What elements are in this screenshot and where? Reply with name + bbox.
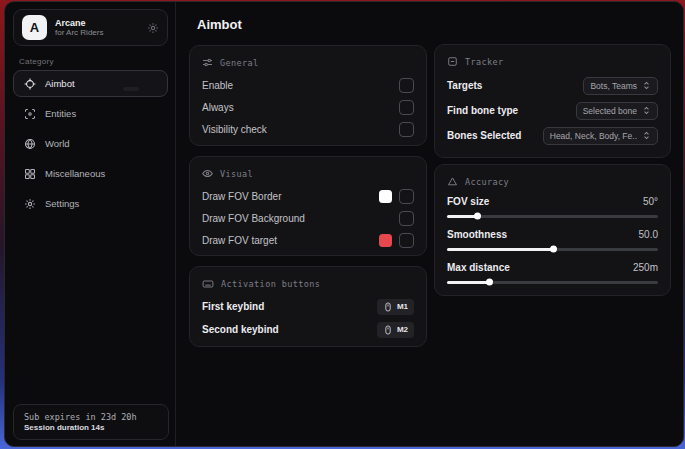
- second-keybind-button[interactable]: M2: [377, 322, 414, 338]
- triangle-icon: [447, 176, 458, 187]
- slider-thumb[interactable]: [486, 279, 493, 286]
- subscription-status-card: Sub expires in 23d 20h Session duration …: [13, 404, 169, 440]
- setting-row-second-keybind: Second keybind M2: [202, 318, 414, 341]
- setting-row-targets: Targets Bots, Teams: [447, 73, 658, 98]
- smoothness-slider[interactable]: [447, 243, 658, 255]
- first-keybind-button[interactable]: M1: [377, 299, 414, 315]
- sidebar-item-world[interactable]: World: [13, 130, 168, 157]
- nav-dash-decoration: [123, 87, 139, 91]
- eye-icon: [202, 168, 213, 179]
- sliders-icon: [202, 57, 213, 68]
- setting-row-first-keybind: First keybind M1: [202, 295, 414, 318]
- tracker-section: Tracker Targets Bots, Teams Find bone: [434, 44, 671, 158]
- targets-select[interactable]: Bots, Teams: [583, 77, 658, 95]
- category-label: Category: [19, 57, 54, 66]
- sidebar-item-label: Settings: [45, 198, 79, 209]
- setting-row-fov-size: FOV size 50°: [447, 193, 658, 222]
- gear-icon: [24, 198, 36, 210]
- setting-row-draw-fov-target: Draw FOV target: [202, 229, 414, 251]
- setting-row-enable: Enable: [202, 74, 414, 96]
- mouse-icon: [383, 325, 393, 335]
- slider-thumb[interactable]: [474, 213, 481, 220]
- keyboard-icon: [202, 278, 214, 290]
- grid-icon: [24, 168, 36, 180]
- draw-fov-background-checkbox[interactable]: [399, 211, 414, 226]
- draw-fov-target-checkbox[interactable]: [399, 233, 414, 248]
- visual-section: Visual Draw FOV Border Draw FOV Backgrou…: [189, 156, 427, 256]
- chevrons-up-down-icon: [642, 81, 651, 90]
- activation-buttons-section: Activation buttons First keybind M1 S: [189, 266, 427, 347]
- sidebar-item-label: Miscellaneous: [45, 168, 105, 179]
- draw-fov-border-checkbox[interactable]: [399, 189, 414, 204]
- general-section: General Enable Always Visibility check: [189, 45, 427, 146]
- section-title: Activation buttons: [221, 279, 320, 289]
- gear-icon[interactable]: [147, 22, 159, 34]
- section-title: General: [220, 58, 259, 68]
- always-checkbox[interactable]: [399, 100, 414, 115]
- sub-expiry-text: Sub expires in 23d 20h: [24, 412, 158, 422]
- fov-border-color-swatch[interactable]: [379, 190, 392, 203]
- section-title: Accuracy: [465, 177, 509, 187]
- sidebar-item-entities[interactable]: Entities: [13, 100, 168, 127]
- max-distance-slider[interactable]: [447, 276, 658, 288]
- max-distance-value: 250m: [633, 262, 658, 273]
- sidebar-item-label: World: [45, 138, 70, 149]
- setting-row-find-bone-type: Find bone type Selected bone: [447, 98, 658, 123]
- app-logo: A: [22, 15, 47, 40]
- app-name: Arcane: [55, 18, 139, 28]
- setting-row-visibility-check: Visibility check: [202, 118, 414, 140]
- globe-icon: [24, 138, 36, 150]
- enable-checkbox[interactable]: [399, 78, 414, 93]
- setting-row-draw-fov-border: Draw FOV Border: [202, 185, 414, 207]
- setting-row-smoothness: Smoothness 50.0: [447, 226, 658, 255]
- sidebar-item-miscellaneous[interactable]: Miscellaneous: [13, 160, 168, 187]
- sidebar-item-label: Entities: [45, 108, 76, 119]
- smoothness-value: 50.0: [639, 229, 658, 240]
- accuracy-section: Accuracy FOV size 50°: [434, 164, 671, 296]
- sidebar-item-aimbot[interactable]: Aimbot: [13, 70, 168, 97]
- crosshair-icon: [24, 78, 36, 90]
- sidebar-item-settings[interactable]: Settings: [13, 190, 168, 217]
- session-duration-text: Session duration 14s: [24, 423, 158, 432]
- sidebar-nav: Aimbot Entities: [13, 70, 168, 217]
- page-title: Aimbot: [197, 17, 242, 32]
- sidebar-item-label: Aimbot: [45, 78, 75, 89]
- section-title: Visual: [220, 169, 253, 179]
- mouse-icon: [383, 302, 393, 312]
- sidebar: A Arcane for Arc Riders Category: [5, 2, 176, 446]
- chevrons-up-down-icon: [642, 131, 651, 140]
- desktop-background: A Arcane for Arc Riders Category: [0, 0, 685, 449]
- find-bone-type-select[interactable]: Selected bone: [576, 102, 658, 120]
- setting-row-draw-fov-background: Draw FOV Background: [202, 207, 414, 229]
- app-subtitle: for Arc Riders: [55, 28, 139, 37]
- section-title: Tracker: [465, 57, 504, 67]
- brand-card: A Arcane for Arc Riders: [13, 9, 168, 46]
- setting-row-bones-selected: Bones Selected Head, Neck, Body, Fe..: [447, 123, 658, 148]
- fov-size-value: 50°: [643, 196, 658, 207]
- setting-row-max-distance: Max distance 250m: [447, 259, 658, 288]
- fov-size-slider[interactable]: [447, 210, 658, 222]
- app-window: A Arcane for Arc Riders Category: [4, 1, 684, 447]
- setting-row-always: Always: [202, 96, 414, 118]
- visibility-check-checkbox[interactable]: [399, 122, 414, 137]
- fov-target-color-swatch[interactable]: [379, 234, 392, 247]
- square-minus-icon: [447, 56, 458, 67]
- chevrons-up-down-icon: [642, 106, 651, 115]
- slider-thumb[interactable]: [550, 246, 557, 253]
- scan-icon: [24, 108, 36, 120]
- bones-selected-select[interactable]: Head, Neck, Body, Fe..: [543, 127, 658, 145]
- main-content: Aimbot General Enable Always: [177, 2, 683, 446]
